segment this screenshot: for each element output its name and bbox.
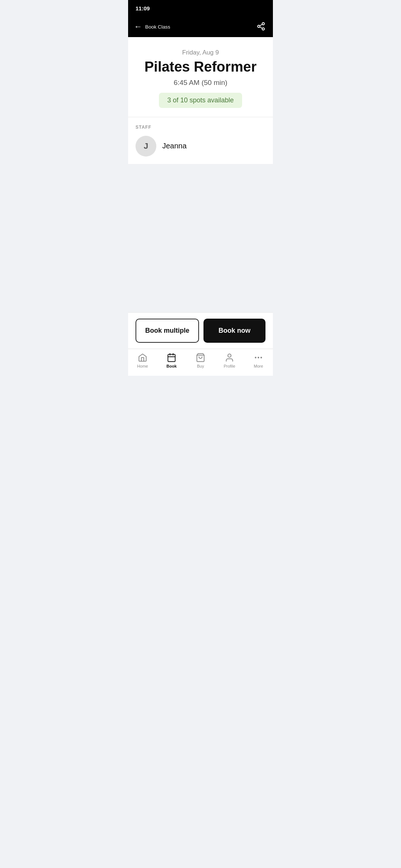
- staff-name: Jeanna: [162, 142, 187, 150]
- svg-point-12: [258, 357, 259, 358]
- status-time: 11:09: [136, 5, 150, 11]
- nav-header: ← Book Class: [128, 16, 273, 37]
- action-buttons: Book multiple Book now: [128, 312, 273, 349]
- back-button[interactable]: ← Book Class: [134, 22, 170, 32]
- class-date: Friday, Aug 9: [137, 49, 264, 56]
- nav-item-book[interactable]: Book: [160, 353, 183, 368]
- bottom-nav: Home Book Buy: [128, 349, 273, 376]
- staff-avatar: J: [136, 136, 156, 157]
- back-arrow-icon: ←: [134, 22, 142, 32]
- nav-item-home[interactable]: Home: [131, 353, 154, 368]
- status-bar: 11:09: [128, 0, 273, 16]
- class-name: Pilates Reformer: [137, 59, 264, 75]
- book-now-button[interactable]: Book now: [203, 319, 265, 343]
- spots-badge: 3 of 10 spots available: [159, 93, 242, 108]
- nav-label-home: Home: [137, 364, 148, 368]
- staff-initial: J: [144, 141, 148, 151]
- svg-point-13: [260, 357, 262, 358]
- staff-item: J Jeanna: [136, 136, 265, 157]
- book-icon: [167, 353, 176, 362]
- nav-title: Book Class: [145, 24, 170, 30]
- nav-label-buy: Buy: [197, 364, 204, 368]
- svg-line-4: [260, 24, 263, 26]
- staff-section: STAFF J Jeanna: [128, 117, 273, 164]
- share-icon: [257, 22, 265, 31]
- nav-item-profile[interactable]: Profile: [218, 353, 241, 368]
- svg-point-10: [228, 354, 231, 357]
- buy-icon: [196, 353, 205, 362]
- share-button[interactable]: [255, 20, 267, 33]
- staff-label: STAFF: [136, 125, 265, 130]
- book-multiple-button[interactable]: Book multiple: [136, 319, 199, 343]
- nav-label-book: Book: [166, 364, 177, 368]
- class-info-section: Friday, Aug 9 Pilates Reformer 6:45 AM (…: [128, 37, 273, 117]
- svg-line-3: [260, 27, 263, 28]
- class-time: 6:45 AM (50 min): [137, 79, 264, 87]
- nav-item-more[interactable]: More: [247, 353, 270, 368]
- home-icon: [138, 353, 147, 362]
- svg-point-11: [255, 357, 256, 358]
- nav-label-profile: Profile: [224, 364, 235, 368]
- profile-icon: [225, 353, 234, 362]
- nav-item-buy[interactable]: Buy: [189, 353, 212, 368]
- nav-label-more: More: [254, 364, 263, 368]
- more-icon: [254, 353, 263, 362]
- content-area: [128, 164, 273, 312]
- svg-rect-5: [168, 354, 175, 362]
